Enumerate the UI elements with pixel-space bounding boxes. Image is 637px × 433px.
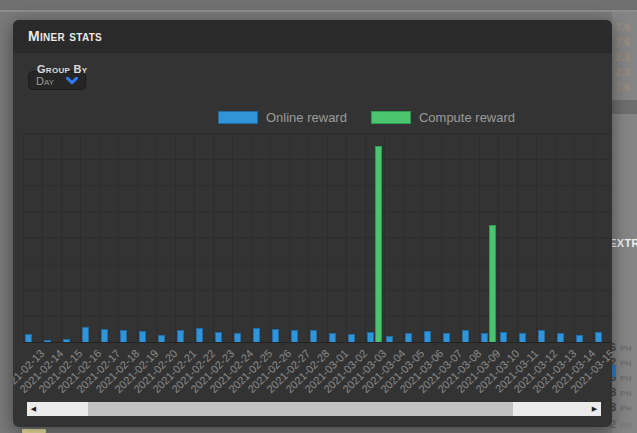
bar-online-reward	[424, 331, 431, 342]
legend-label: Compute reward	[419, 110, 515, 125]
bar-group	[175, 133, 194, 342]
bar-group	[213, 133, 232, 342]
bar-group	[346, 133, 365, 342]
x-axis-label: 2021-02-24	[207, 347, 255, 395]
bar-online-reward	[481, 333, 488, 342]
background-table-header: EXTR	[609, 237, 637, 249]
bar-online-reward	[348, 334, 355, 342]
x-axis-label: 2021-02-27	[264, 347, 312, 395]
modal-header	[13, 20, 612, 53]
modal-title: Miner stats	[28, 20, 102, 53]
background-top-band	[0, 0, 637, 10]
bar-group	[460, 133, 479, 342]
background-divider-line	[0, 10, 637, 12]
x-axis-label: 2021-02-18	[93, 347, 141, 395]
x-axis-label: 2021-02-25	[226, 347, 274, 395]
legend-item-online-reward[interactable]: Online reward	[218, 110, 347, 125]
bar-group	[61, 133, 80, 342]
bar-group	[555, 133, 574, 342]
bar-online-reward	[405, 333, 412, 342]
chart-legend: Online reward Compute reward	[218, 110, 515, 125]
bar-group	[384, 133, 403, 342]
x-axis-label: 2021-03-09	[454, 347, 502, 395]
bar-online-reward	[44, 340, 51, 342]
x-axis-label: 2021-02-15	[36, 347, 84, 395]
legend-item-compute-reward[interactable]: Compute reward	[371, 110, 515, 125]
bar-online-reward	[500, 332, 507, 342]
bar-group	[365, 133, 384, 342]
bar-online-reward	[82, 327, 89, 342]
group-by-value: Day	[36, 75, 54, 87]
background-yellow-fragment	[22, 429, 46, 433]
bar-group	[536, 133, 555, 342]
bar-group	[42, 133, 61, 342]
bar-group	[574, 133, 593, 342]
bar-online-reward	[386, 336, 393, 342]
miner-stats-modal: Miner stats Group By Day Online reward C…	[13, 20, 612, 427]
bar-online-reward	[557, 333, 564, 342]
bar-online-reward	[595, 332, 602, 342]
bar-group	[327, 133, 346, 342]
x-axis-label: 2021-02-13	[13, 347, 46, 395]
background-table-row: 2PH	[610, 417, 637, 432]
bar-compute-reward	[375, 146, 382, 342]
bar-online-reward	[63, 339, 70, 342]
x-axis-label: 2021-02-17	[74, 347, 122, 395]
bar-group	[99, 133, 118, 342]
legend-label: Online reward	[266, 110, 347, 125]
bar-online-reward	[196, 328, 203, 342]
bar-online-reward	[120, 330, 127, 342]
bar-group	[137, 133, 156, 342]
bar-online-reward	[234, 333, 241, 342]
x-axis-label: 2021-03-08	[435, 347, 483, 395]
bar-online-reward	[253, 328, 260, 342]
online-reward-swatch	[218, 111, 258, 124]
chevron-down-icon	[66, 77, 78, 85]
bar-group	[422, 133, 441, 342]
bar-group	[251, 133, 270, 342]
bar-online-reward	[443, 333, 450, 342]
x-axis-label: 2021-02-16	[55, 347, 103, 395]
x-axis-label: 2021-02-23	[188, 347, 236, 395]
bar-online-reward	[272, 329, 279, 342]
bar-online-reward	[158, 335, 165, 342]
x-axis-label: 2021-03-14	[549, 347, 597, 395]
bar-group	[232, 133, 251, 342]
bar-group	[80, 133, 99, 342]
background-table-row: 6PH	[610, 340, 637, 355]
x-axis-label: 2021-03-11	[493, 347, 541, 395]
horizontal-scrollbar[interactable]: ◀ ▶	[27, 402, 601, 416]
bar-online-reward	[291, 330, 298, 342]
bar-online-reward	[25, 334, 32, 342]
bar-online-reward	[576, 335, 583, 342]
scrollbar-thumb[interactable]	[88, 402, 513, 416]
x-axis-label: 2021-02-22	[169, 347, 217, 395]
group-by-label: Group By	[37, 63, 87, 75]
background-table-bottom: 6PH2PH6PH8PH8PH2PH	[610, 340, 637, 432]
scrollbar-track[interactable]	[40, 402, 588, 416]
bar-online-reward	[329, 333, 336, 342]
scroll-right-button[interactable]: ▶	[588, 402, 601, 416]
bar-online-reward	[519, 333, 526, 342]
x-axis-label: 2021-03-06	[397, 347, 445, 395]
scroll-left-button[interactable]: ◀	[27, 402, 40, 416]
bar-online-reward	[101, 329, 108, 342]
x-axis-label: 2021-03-04	[359, 347, 407, 395]
background-table-row: 8PH	[610, 385, 637, 400]
bar-online-reward	[215, 332, 222, 342]
bar-group	[118, 133, 137, 342]
x-axis-label: 2021-02-21	[150, 347, 198, 395]
x-axis-label: 2021-02-14	[17, 347, 65, 395]
x-axis-label: 2021-03-02	[321, 347, 369, 395]
x-axis-label: 2021-03-15	[568, 347, 612, 395]
chart-plot	[23, 133, 612, 343]
x-axis-label: 2021-03-05	[378, 347, 426, 395]
bar-group	[308, 133, 327, 342]
x-axis-label: 2021-03-13	[530, 347, 578, 395]
compute-reward-swatch	[371, 111, 411, 124]
bar-compute-reward	[489, 225, 496, 342]
bar-group	[156, 133, 175, 342]
x-axis-label: 2021-02-19	[112, 347, 160, 395]
bar-online-reward	[538, 330, 545, 342]
bar-group	[479, 133, 498, 342]
